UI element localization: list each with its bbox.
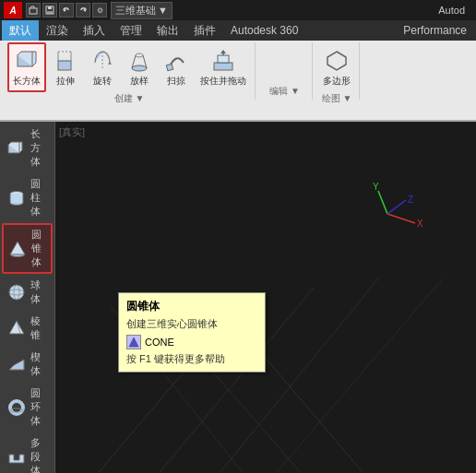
svg-rect-19 <box>214 63 232 70</box>
left-panel-wedge-label: 楔体 <box>30 350 48 378</box>
left-panel-btn-cone[interactable]: 圆锥体 <box>2 223 53 274</box>
left-panel-btn-pyramid[interactable]: 棱锥 <box>2 311 53 346</box>
ribbon-btn-box[interactable]: 长方体 <box>7 42 46 92</box>
menu-item-insert[interactable]: 插入 <box>76 20 113 41</box>
app-title: Autod <box>438 5 465 16</box>
svg-marker-39 <box>9 360 24 370</box>
left-panel-wedge-icon <box>6 353 27 375</box>
left-panel-torus-icon <box>6 396 27 419</box>
ribbon-group-draw-items: 多边形 <box>318 42 355 92</box>
menu-item-plugin[interactable]: 插件 <box>186 20 223 41</box>
ribbon-btn-sweep[interactable]: 扫掠 <box>159 42 194 92</box>
svg-text:Y: Y <box>373 182 379 192</box>
svg-rect-8 <box>58 61 71 70</box>
presspull-icon <box>210 48 236 74</box>
settings-icon[interactable]: ⚙ <box>92 3 107 18</box>
extrude-icon <box>53 48 78 74</box>
ribbon-btn-loft[interactable]: 放样 <box>122 42 157 92</box>
svg-rect-3 <box>47 11 53 14</box>
left-panel-pyramid-icon <box>6 317 27 339</box>
ribbon-btn-sweep-label: 扫掠 <box>167 76 185 87</box>
svg-marker-22 <box>220 50 226 53</box>
workspace-dropdown-icon: ▼ <box>158 5 168 16</box>
main-area: 长方体 圆柱体 圆锥体 <box>0 122 476 473</box>
svg-text:X: X <box>417 219 423 229</box>
ribbon-btn-presspull[interactable]: 按住并拖动 <box>196 42 251 92</box>
toolbar-icons: ⚙ <box>26 3 107 18</box>
svg-rect-2 <box>48 6 52 9</box>
ribbon-group-draw-label: 绘图 ▼ <box>318 92 355 107</box>
menu-item-autodesk360[interactable]: Autodesk 360 <box>223 20 305 41</box>
undo-icon[interactable] <box>59 3 74 18</box>
left-panel-cone-label: 圆锥体 <box>31 228 47 269</box>
ribbon-btn-extrude[interactable]: 拉伸 <box>48 42 83 92</box>
tooltip-popup: 圆锥体 创建三维实心圆锥体 CONE 按 F1 键获得更多帮助 <box>118 292 266 372</box>
ribbon-btn-revolve[interactable]: 旋转 <box>85 42 120 92</box>
ribbon-btn-revolve-label: 旋转 <box>93 76 112 87</box>
ribbon-group-draw: 多边形 绘图 ▼ <box>315 42 360 100</box>
ribbon-btn-presspull-label: 按住并拖动 <box>200 76 246 87</box>
tooltip-cmd-icon <box>126 335 141 349</box>
redo-icon[interactable] <box>76 3 90 18</box>
ribbon-group-edit-items <box>261 42 308 85</box>
svg-rect-20 <box>218 55 229 63</box>
svg-marker-32 <box>10 242 25 254</box>
ribbon-content: 长方体 拉伸 <box>0 41 476 101</box>
ribbon-group-edit: 编辑 ▼ <box>257 42 313 100</box>
left-panel-box-icon <box>6 137 27 160</box>
left-panel: 长方体 圆柱体 圆锥体 <box>0 122 55 473</box>
left-panel-btn-sphere[interactable]: 球体 <box>2 275 53 310</box>
left-panel-cone-icon <box>7 238 28 260</box>
left-panel-torus-label: 圆环体 <box>30 386 48 428</box>
canvas-area[interactable]: [真实] X Y Z 圆锥体 创建三维实心圆锥体 <box>55 122 476 473</box>
left-panel-btn-cylinder[interactable]: 圆柱体 <box>2 173 53 222</box>
svg-point-15 <box>136 53 143 57</box>
revolve-icon <box>89 48 115 74</box>
svg-marker-13 <box>108 61 112 65</box>
left-panel-polysolid-icon <box>6 446 27 468</box>
save-icon[interactable] <box>42 3 57 18</box>
app-logo: A <box>4 2 22 18</box>
ribbon: 长方体 拉伸 <box>0 41 476 122</box>
svg-line-53 <box>387 200 406 214</box>
ribbon-btn-box-label: 长方体 <box>13 76 41 87</box>
left-panel-sphere-icon <box>6 281 27 303</box>
open-icon[interactable] <box>26 3 41 18</box>
svg-line-51 <box>378 191 387 214</box>
left-panel-btn-box[interactable]: 长方体 <box>2 124 53 172</box>
left-panel-box-label: 长方体 <box>30 127 48 169</box>
ribbon-btn-polygon[interactable]: 多边形 <box>318 42 355 92</box>
left-panel-sphere-label: 球体 <box>30 278 48 306</box>
polygon-icon <box>324 48 350 74</box>
sweep-icon <box>163 48 189 74</box>
svg-rect-0 <box>30 8 37 14</box>
left-panel-polysolid-label: 多段体 <box>30 436 48 473</box>
left-panel-cylinder-label: 圆柱体 <box>30 177 48 219</box>
left-panel-btn-torus[interactable]: 圆环体 <box>2 383 53 432</box>
svg-marker-23 <box>327 52 346 70</box>
left-panel-btn-polysolid[interactable]: 多段体 <box>2 432 53 473</box>
ribbon-btn-loft-label: 放样 <box>130 76 149 87</box>
workspace-selector[interactable]: 三维基础 ▼ <box>111 2 173 19</box>
left-panel-btn-wedge[interactable]: 楔体 <box>2 347 53 382</box>
menu-item-render[interactable]: 渲染 <box>39 20 76 41</box>
menu-item-performance[interactable]: Performance <box>396 20 474 41</box>
tooltip-command-text: CONE <box>145 337 174 348</box>
menu-item-manage[interactable]: 管理 <box>113 20 149 41</box>
ribbon-group-create-label: 创建 ▼ <box>7 92 251 107</box>
svg-rect-9 <box>58 52 71 61</box>
svg-point-33 <box>9 285 24 300</box>
svg-line-49 <box>387 214 415 223</box>
workspace-label: 三维基础 <box>115 4 156 18</box>
ribbon-btn-polygon-label: 多边形 <box>323 76 351 87</box>
svg-rect-18 <box>166 64 173 70</box>
loft-icon <box>126 48 152 74</box>
ribbon-group-edit-label: 编辑 ▼ <box>261 85 308 100</box>
tooltip-help: 按 F1 键获得更多帮助 <box>126 352 257 366</box>
box-icon <box>14 48 40 74</box>
menu-item-default[interactable]: 默认 <box>2 20 39 41</box>
svg-text:Z: Z <box>408 195 413 205</box>
left-panel-cylinder-icon <box>6 187 27 209</box>
svg-marker-55 <box>129 337 138 347</box>
menu-item-output[interactable]: 输出 <box>149 20 186 41</box>
